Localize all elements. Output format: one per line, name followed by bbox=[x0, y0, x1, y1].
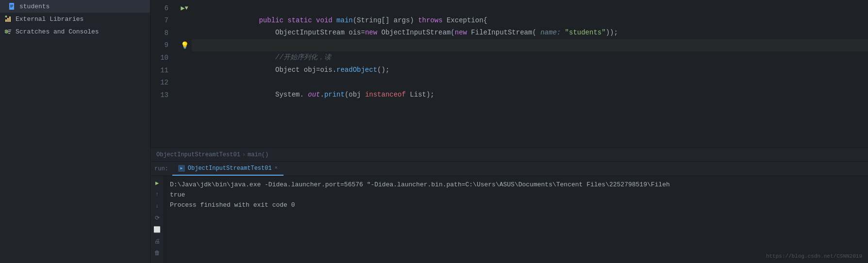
scroll-down-button[interactable]: ↓ bbox=[152, 201, 162, 211]
console-tab-label: ObjectInputStreamtTest01 bbox=[188, 165, 272, 172]
sidebar-item-students[interactable]: students bbox=[0, 0, 150, 13]
sidebar: students External Libraries bbox=[0, 0, 150, 263]
sidebar-item-external-label: External Libraries bbox=[16, 16, 83, 23]
svg-rect-11 bbox=[8, 32, 11, 33]
bulb-icon[interactable]: 💡 bbox=[181, 41, 189, 49]
play-icon[interactable]: ▶ bbox=[181, 4, 184, 12]
code-line-12: System. out.print(obj instanceof List); bbox=[192, 77, 868, 89]
clear-button[interactable]: 🗑 bbox=[152, 248, 162, 258]
run-label: run: bbox=[150, 165, 172, 172]
breadcrumb-separator: › bbox=[242, 151, 246, 158]
sidebar-item-external-libraries[interactable]: External Libraries bbox=[0, 13, 150, 25]
svg-rect-3 bbox=[10, 7, 12, 7]
bottom-content: ▶ ↑ ↓ ⟳ ⬜ 🖨 🗑 D:\Java\jdk\bin\java.exe -… bbox=[150, 176, 868, 263]
editor-container: 6 7 8 9 10 11 12 13 ▶ ▼ bbox=[150, 0, 868, 263]
console-tab-close[interactable]: × bbox=[275, 165, 278, 171]
bulb-gutter[interactable]: 💡 bbox=[177, 39, 192, 52]
bottom-tabs: run: ▶ ObjectInputStreamtTest01 × bbox=[150, 162, 868, 176]
svg-rect-5 bbox=[7, 18, 9, 22]
console-tab-icon: ▶ bbox=[178, 165, 185, 172]
console-output: D:\Java\jdk\bin\java.exe -Didea.launcher… bbox=[164, 176, 868, 263]
console-process-line: Process finished with exit code 0 bbox=[170, 200, 862, 211]
svg-rect-2 bbox=[10, 6, 13, 6]
breadcrumb-method[interactable]: main() bbox=[248, 151, 268, 158]
watermark: https://blog.csdn.net/CSNN2019 bbox=[766, 253, 862, 259]
sidebar-item-students-label: students bbox=[19, 3, 50, 10]
bottom-panel: run: ▶ ObjectInputStreamtTest01 × ▶ ↑ ↓ … bbox=[150, 161, 868, 263]
sidebar-item-scratches-label: Scratches and Consoles bbox=[16, 28, 99, 35]
sidebar-item-scratches[interactable]: Scratches and Consoles bbox=[0, 25, 150, 38]
code-editor[interactable]: public static void main(String[] args) t… bbox=[192, 0, 868, 148]
file-icon bbox=[8, 2, 17, 11]
console-tab[interactable]: ▶ ObjectInputStreamtTest01 × bbox=[172, 162, 284, 176]
main-layout: students External Libraries bbox=[0, 0, 868, 263]
svg-rect-4 bbox=[5, 19, 7, 22]
line-numbers: 6 7 8 9 10 11 12 13 bbox=[150, 0, 177, 148]
scroll-up-button[interactable]: ↑ bbox=[152, 190, 162, 199]
code-area[interactable]: 6 7 8 9 10 11 12 13 ▶ ▼ bbox=[150, 0, 868, 148]
code-line-9: //开始序列化，读 bbox=[192, 39, 868, 52]
console-true-line: true bbox=[170, 190, 862, 200]
svg-rect-6 bbox=[9, 16, 11, 22]
svg-point-9 bbox=[6, 31, 7, 33]
bottom-toolbar: ▶ ↑ ↓ ⟳ ⬜ 🖨 🗑 bbox=[150, 176, 164, 263]
console-cmd-line: D:\Java\jdk\bin\java.exe -Didea.launcher… bbox=[170, 180, 862, 190]
svg-rect-10 bbox=[8, 30, 11, 31]
gutter: ▶ ▼ 💡 bbox=[177, 0, 192, 148]
scratches-icon bbox=[4, 27, 13, 36]
run-button[interactable]: ▶ bbox=[152, 178, 162, 188]
print-button[interactable]: 🖨 bbox=[152, 236, 162, 246]
stop-button[interactable]: ⬜ bbox=[152, 225, 162, 234]
breadcrumb-file[interactable]: ObjectInputStreamtTest01 bbox=[156, 151, 240, 158]
svg-rect-1 bbox=[10, 5, 13, 5]
code-line-6: public static void main(String[] args) t… bbox=[192, 2, 868, 15]
breadcrumb-bar: ObjectInputStreamtTest01 › main() bbox=[150, 148, 868, 161]
run-play-gutter: ▶ ▼ bbox=[177, 2, 192, 15]
rerun-button[interactable]: ⟳ bbox=[152, 213, 162, 223]
chart-icon bbox=[4, 15, 13, 23]
svg-rect-12 bbox=[8, 33, 10, 34]
svg-point-7 bbox=[5, 16, 7, 17]
dropdown-icon[interactable]: ▼ bbox=[185, 5, 188, 12]
